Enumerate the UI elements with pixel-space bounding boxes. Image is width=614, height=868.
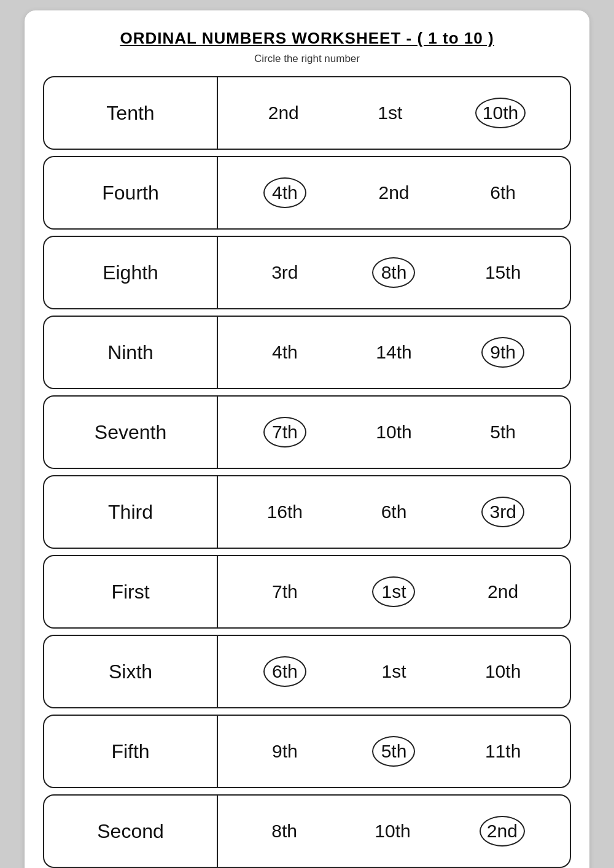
option-item[interactable]: 6th — [263, 656, 306, 687]
page-title: ORDINAL NUMBERS WORKSHEET - ( 1 to 10 ) — [43, 29, 571, 48]
option-item[interactable]: 4th — [263, 342, 306, 363]
table-row: Seventh7th10th5th — [43, 395, 571, 469]
option-item[interactable]: 9th — [263, 741, 306, 762]
option-item[interactable]: 6th — [481, 182, 524, 203]
option-item[interactable]: 7th — [263, 417, 306, 448]
option-item[interactable]: 3rd — [263, 262, 306, 283]
option-item[interactable]: 15th — [481, 262, 524, 283]
row-wrap: Tenth2nd1st10th — [43, 76, 571, 150]
option-item[interactable]: 3rd — [481, 497, 524, 527]
options-cell: 2nd1st10th — [218, 76, 571, 150]
word-cell: First — [43, 555, 218, 629]
options-cell: 8th10th2nd — [218, 794, 571, 868]
option-item[interactable]: 7th — [263, 581, 306, 602]
option-item[interactable]: 16th — [263, 502, 306, 522]
table-row: Second8th10th2nd — [43, 794, 571, 868]
row-wrap: Third16th6th3rd — [43, 475, 571, 549]
table-row: Tenth2nd1st10th — [43, 76, 571, 150]
row-wrap: Eighth3rd8th15th — [43, 236, 571, 309]
word-cell: Second — [43, 794, 218, 868]
option-item[interactable]: 1st — [368, 103, 411, 123]
option-item[interactable]: 5th — [481, 422, 524, 443]
table-row: Sixth6th1st10th — [43, 635, 571, 708]
table-row: First7th1st2nd — [43, 555, 571, 629]
options-cell: 6th1st10th — [218, 635, 571, 708]
table-row: Fourth4th2nd6th — [43, 156, 571, 230]
rows-container: Tenth2nd1st10thFourth4th2nd6thEighth3rd8… — [43, 76, 571, 868]
option-item[interactable]: 8th — [263, 821, 306, 842]
worksheet-page: ORDINAL NUMBERS WORKSHEET - ( 1 to 10 ) … — [25, 10, 589, 868]
table-row: Third16th6th3rd — [43, 475, 571, 549]
row-wrap: Ninth4th14th9th — [43, 316, 571, 389]
table-row: Ninth4th14th9th — [43, 316, 571, 389]
word-cell: Sixth — [43, 635, 218, 708]
word-cell: Third — [43, 475, 218, 549]
word-cell: Seventh — [43, 395, 218, 469]
option-item[interactable]: 10th — [481, 661, 524, 682]
word-cell: Fifth — [43, 715, 218, 788]
options-cell: 7th1st2nd — [218, 555, 571, 629]
option-item[interactable]: 10th — [372, 422, 415, 443]
options-cell: 4th14th9th — [218, 316, 571, 389]
option-item[interactable]: 1st — [372, 576, 415, 607]
option-item[interactable]: 8th — [372, 257, 415, 288]
option-item[interactable]: 10th — [371, 821, 414, 842]
options-cell: 9th5th11th — [218, 715, 571, 788]
option-item[interactable]: 2nd — [480, 816, 525, 847]
row-wrap: Second8th10th2nd — [43, 794, 571, 868]
word-cell: Fourth — [43, 156, 218, 230]
option-item[interactable]: 9th — [481, 337, 524, 368]
row-wrap: Fourth4th2nd6th — [43, 156, 571, 230]
row-wrap: Seventh7th10th5th — [43, 395, 571, 469]
options-cell: 3rd8th15th — [218, 236, 571, 309]
word-cell: Eighth — [43, 236, 218, 309]
option-item[interactable]: 14th — [372, 342, 415, 363]
row-wrap: Sixth6th1st10th — [43, 635, 571, 708]
options-cell: 16th6th3rd — [218, 475, 571, 549]
option-item[interactable]: 6th — [372, 502, 415, 522]
word-cell: Tenth — [43, 76, 218, 150]
row-wrap: Fifth9th5th11th — [43, 715, 571, 788]
option-item[interactable]: 5th — [372, 736, 415, 767]
row-wrap: First7th1st2nd — [43, 555, 571, 629]
word-cell: Ninth — [43, 316, 218, 389]
table-row: Eighth3rd8th15th — [43, 236, 571, 309]
option-item[interactable]: 2nd — [481, 581, 524, 602]
options-cell: 7th10th5th — [218, 395, 571, 469]
option-item[interactable]: 10th — [475, 98, 526, 128]
options-cell: 4th2nd6th — [218, 156, 571, 230]
page-subtitle: Circle the right number — [43, 53, 571, 65]
option-item[interactable]: 2nd — [372, 182, 415, 203]
option-item[interactable]: 1st — [372, 661, 415, 682]
option-item[interactable]: 2nd — [262, 103, 305, 123]
option-item[interactable]: 4th — [263, 177, 306, 208]
option-item[interactable]: 11th — [481, 741, 524, 762]
table-row: Fifth9th5th11th — [43, 715, 571, 788]
